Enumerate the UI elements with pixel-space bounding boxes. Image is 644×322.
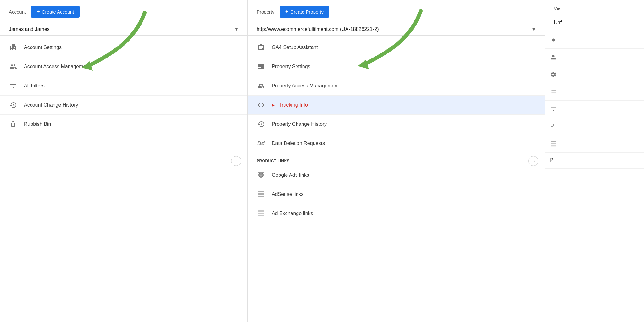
property-label: Property: [257, 9, 275, 14]
account-dropdown-row[interactable]: James and James ▼: [0, 23, 247, 36]
dd-icon: Dd: [257, 139, 265, 148]
plus-icon: +: [36, 9, 40, 14]
svg-point-2: [552, 38, 555, 41]
view-icon-1: [550, 36, 557, 43]
view-icon-7: [550, 140, 557, 147]
property-history-label: Property Change History: [272, 121, 327, 127]
account-access-label: Account Access Management: [24, 64, 90, 69]
view-icon-3: [550, 71, 557, 78]
people-icon-account: [9, 62, 18, 71]
history-icon-property: [257, 120, 265, 129]
account-history-item[interactable]: Account Change History: [0, 96, 247, 115]
adsense-label: AdSense links: [272, 192, 303, 197]
property-settings-label: Property Settings: [272, 64, 310, 69]
property-dropdown-row[interactable]: http://www.ecommercefulfilment.com (UA-1…: [248, 23, 545, 36]
tracking-info-row: ▶ Tracking Info: [272, 102, 308, 108]
view-item-6[interactable]: [545, 118, 644, 135]
create-account-label: Create Account: [42, 9, 74, 14]
rubbish-bin-label: Rubbish Bin: [24, 121, 51, 127]
view-header: Vie: [545, 0, 644, 17]
property-access-label: Property Access Management: [272, 83, 339, 89]
property-panel: Property + Create Property http://www.ec…: [248, 0, 545, 322]
property-access-item[interactable]: Property Access Management: [248, 76, 545, 96]
ga4-setup-label: GA4 Setup Assistant: [272, 45, 318, 50]
view-item-4[interactable]: [545, 83, 644, 101]
data-deletion-item[interactable]: Dd Data Deletion Requests: [248, 134, 545, 153]
view-icon-6: [550, 123, 557, 130]
tracking-info-item[interactable]: ▶ Tracking Info: [248, 96, 545, 115]
account-label: Account: [9, 9, 26, 14]
adsense-icon: [257, 190, 265, 199]
property-header: Property + Create Property: [248, 0, 545, 23]
account-settings-item[interactable]: Account Settings: [0, 38, 247, 57]
rubbish-bin-item[interactable]: Rubbish Bin: [0, 115, 247, 134]
account-settings-label: Account Settings: [24, 45, 62, 50]
svg-rect-4: [554, 124, 556, 126]
create-property-label: Create Property: [290, 9, 324, 14]
adsense-item[interactable]: AdSense links: [248, 185, 545, 204]
ad-exchange-label: Ad Exchange links: [272, 211, 313, 216]
view-panel: Vie Unf Pi: [545, 0, 644, 322]
view-item-8[interactable]: Pi: [545, 153, 644, 169]
property-settings-icon: [257, 62, 265, 71]
svg-rect-5: [551, 127, 553, 129]
ad-exchange-item[interactable]: Ad Exchange links: [248, 204, 545, 223]
view-dropdown-value: Unf: [554, 20, 635, 25]
product-links-section: PRODUCT LINKS: [248, 153, 545, 166]
google-ads-icon: [257, 171, 265, 180]
account-dropdown-value: James and James: [9, 26, 234, 32]
account-header: Account + Create Account: [0, 0, 247, 23]
plus-icon-property: +: [285, 9, 289, 14]
property-settings-item[interactable]: Property Settings: [248, 57, 545, 76]
svg-rect-3: [551, 124, 553, 126]
account-panel: Account + Create Account James and James…: [0, 0, 248, 322]
view-item-3[interactable]: [545, 66, 644, 83]
property-dropdown-arrow[interactable]: ▼: [531, 27, 536, 32]
all-filters-item[interactable]: All Filters: [0, 76, 247, 96]
building-icon: [9, 43, 18, 52]
property-dropdown-value: http://www.ecommercefulfilment.com (UA-1…: [257, 26, 531, 32]
clipboard-icon: [257, 43, 265, 52]
property-nav-arrow[interactable]: →: [528, 156, 538, 166]
view-item-8-label: Pi: [550, 158, 554, 163]
view-item-1[interactable]: [545, 31, 644, 49]
google-ads-label: Google Ads links: [272, 172, 309, 178]
svg-rect-7: [551, 143, 556, 144]
svg-rect-6: [551, 141, 556, 142]
create-account-button[interactable]: + Create Account: [31, 6, 80, 18]
account-access-item[interactable]: Account Access Management: [0, 57, 247, 76]
view-item-2[interactable]: [545, 49, 644, 66]
google-ads-item[interactable]: Google Ads links: [248, 166, 545, 185]
ga4-setup-item[interactable]: GA4 Setup Assistant: [248, 38, 545, 57]
all-filters-label: All Filters: [24, 83, 45, 89]
view-item-7[interactable]: [545, 135, 644, 153]
people-icon-property: [257, 81, 265, 90]
svg-rect-8: [551, 145, 556, 147]
view-icon-2: [550, 54, 557, 61]
expand-arrow-tracking: ▶: [272, 103, 275, 107]
code-icon: [257, 101, 265, 109]
history-icon-account: [9, 101, 18, 109]
tracking-info-label: Tracking Info: [279, 102, 308, 108]
data-deletion-label: Data Deletion Requests: [272, 141, 325, 146]
account-dropdown-arrow[interactable]: ▼: [234, 27, 239, 32]
view-item-5[interactable]: [545, 101, 644, 118]
view-icon-4: [550, 88, 557, 95]
view-icon-5: [550, 106, 557, 113]
view-label: Vie: [554, 6, 560, 11]
trash-icon: [9, 120, 18, 129]
ad-exchange-icon: [257, 209, 265, 218]
property-history-item[interactable]: Property Change History: [248, 115, 545, 134]
view-dropdown-row[interactable]: Unf: [545, 17, 644, 29]
create-property-button[interactable]: + Create Property: [280, 6, 329, 18]
filter-icon: [9, 81, 18, 90]
account-nav-arrow[interactable]: →: [231, 156, 241, 166]
account-history-label: Account Change History: [24, 102, 78, 108]
